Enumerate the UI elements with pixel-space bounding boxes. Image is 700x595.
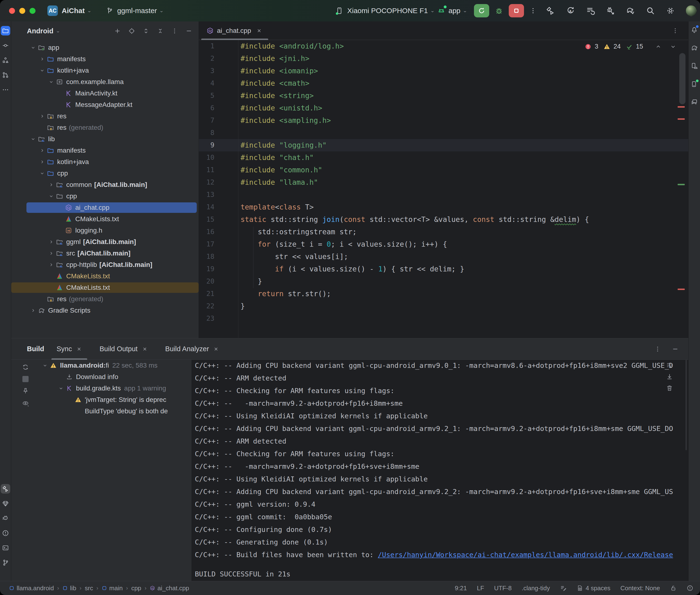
hide-panel-icon[interactable]: [185, 27, 192, 34]
chevron-right-icon[interactable]: [38, 159, 46, 165]
build-tree-item[interactable]: Download info: [40, 371, 192, 382]
file-encoding[interactable]: UTF-8: [494, 585, 512, 592]
project-tool-button[interactable]: [0, 23, 11, 38]
line-number[interactable]: 16: [199, 226, 214, 238]
error-stripe-mark[interactable]: [678, 118, 685, 120]
next-problem-chevron-icon[interactable]: [670, 43, 676, 50]
tree-item-manifests[interactable]: manifests: [11, 145, 199, 156]
editor-tab-ai-chat-cpp[interactable]: ai_chat.cpp: [201, 22, 268, 40]
line-number[interactable]: 9: [199, 139, 214, 151]
pin-icon[interactable]: [22, 387, 29, 395]
tree-item-cmakelists-txt[interactable]: CMakeLists.txt: [11, 271, 199, 282]
code-line[interactable]: 15static std::string join(const std::vec…: [199, 213, 688, 226]
tree-item-res[interactable]: res: [11, 111, 199, 122]
code-line[interactable]: 2#include <jni.h>: [199, 52, 688, 65]
chevron-right-icon[interactable]: [47, 251, 55, 256]
commit-tool-button[interactable]: [0, 38, 11, 53]
attach-debugger-icon[interactable]: [606, 6, 615, 16]
line-number[interactable]: 21: [199, 288, 214, 300]
add-icon[interactable]: [114, 27, 121, 34]
breadcrumb-item-cpp[interactable]: cpp: [131, 585, 141, 592]
expand-all-icon[interactable]: [142, 27, 149, 34]
build-tree-item[interactable]: BuildType 'debug' is both de: [40, 405, 192, 417]
options-kebab-icon[interactable]: [171, 27, 178, 34]
readonly-toggle[interactable]: [670, 585, 677, 591]
build-project-icon[interactable]: [545, 6, 555, 16]
soft-wrap-icon[interactable]: [666, 362, 673, 369]
tree-item-ggml[interactable]: ggml[AiChat.lib.main]: [11, 236, 199, 248]
build-tab-build-analyzer[interactable]: Build Analyzer: [160, 338, 224, 360]
code-line[interactable]: 5#include <string>: [199, 89, 688, 102]
device-selector[interactable]: Xiaomi POCOPHONE F1 ⌄: [335, 7, 435, 15]
project-selector[interactable]: AiChat: [62, 7, 85, 15]
build-console[interactable]: C/C++: -- Using KleidiAI optimized kerne…: [192, 360, 688, 581]
hide-panel-icon[interactable]: [672, 345, 679, 352]
vcs-tool-button[interactable]: [0, 67, 11, 82]
tree-item-common[interactable]: common[AiChat.lib.main]: [11, 179, 199, 191]
terminal-tool-button[interactable]: [0, 540, 11, 555]
tree-item-mainactivity-kt[interactable]: MainActivity.kt: [11, 88, 199, 99]
build-panel-title[interactable]: Build: [27, 345, 44, 353]
scroll-to-end-icon[interactable]: [666, 373, 673, 380]
build-tree-item[interactable]: 'jvmTarget: String' is deprec: [40, 394, 192, 405]
tree-item-cmakelists-txt[interactable]: CMakeLists.txt: [11, 282, 199, 293]
structure-tool-button[interactable]: [0, 53, 11, 67]
run-config-selector[interactable]: [437, 6, 446, 15]
line-number[interactable]: 5: [199, 89, 214, 102]
chevron-right-icon[interactable]: [29, 308, 37, 313]
breadcrumb-item-lib[interactable]: lib: [62, 585, 76, 592]
ok-stripe-mark[interactable]: [678, 184, 685, 185]
project-view-selector[interactable]: Android: [27, 27, 53, 35]
chevron-down-icon[interactable]: [29, 45, 37, 50]
breadcrumb-item-src[interactable]: src: [85, 585, 93, 592]
breadcrumb-item-llama-android[interactable]: llama.android: [9, 585, 54, 592]
line-number[interactable]: 3: [199, 65, 214, 77]
logcat-tool-button[interactable]: [0, 511, 11, 526]
tree-item-com-example-llama[interactable]: com.example.llama: [11, 76, 199, 88]
resource-context[interactable]: Context: None: [620, 585, 660, 592]
code-line[interactable]: 20 }: [199, 275, 688, 288]
editor-options-kebab-icon[interactable]: [672, 27, 679, 34]
branch-selector[interactable]: ggml-master ⌄: [106, 7, 164, 15]
tree-item-cpp[interactable]: cpp: [11, 191, 199, 202]
chevron-down-icon[interactable]: [38, 68, 46, 73]
options-kebab-icon[interactable]: [654, 345, 661, 352]
chevron-right-icon[interactable]: [38, 114, 46, 119]
rerun-app-button[interactable]: [474, 4, 489, 18]
code-line[interactable]: 16 std::ostringstream str;: [199, 226, 688, 238]
tree-item-ai-chat-cpp[interactable]: ai_chat.cpp: [11, 202, 199, 213]
build-tree-item[interactable]: llama.android: fi22 sec, 583 ms: [40, 360, 192, 371]
stop-app-button[interactable]: [509, 4, 524, 18]
chevron-right-icon[interactable]: [38, 56, 46, 62]
chevron-down-icon[interactable]: [47, 194, 55, 199]
search-everywhere-icon[interactable]: [646, 6, 655, 16]
code-line[interactable]: 6#include <unistd.h>: [199, 102, 688, 114]
project-badge[interactable]: AC: [47, 5, 58, 16]
tree-item-cpp-httplib[interactable]: cpp-httplib[AiChat.lib.main]: [11, 259, 199, 271]
app-quality-insights-button[interactable]: [0, 496, 11, 511]
code-line[interactable]: 4#include <cmath>: [199, 77, 688, 89]
line-number[interactable]: 7: [199, 114, 214, 127]
line-number[interactable]: 4: [199, 77, 214, 89]
line-number[interactable]: 13: [199, 189, 214, 201]
chevron-down-icon[interactable]: [29, 136, 37, 142]
event-log-button[interactable]: [687, 585, 693, 591]
prev-problem-chevron-icon[interactable]: [655, 43, 662, 50]
line-number[interactable]: 1: [199, 40, 214, 52]
code-style-config[interactable]: .clang-tidy: [522, 585, 550, 592]
line-number[interactable]: 19: [199, 263, 214, 275]
chevron-right-icon[interactable]: [47, 262, 55, 267]
chevron-down-icon[interactable]: [38, 171, 46, 176]
line-number[interactable]: 17: [199, 238, 214, 251]
close-window-button[interactable]: [9, 8, 15, 14]
line-number[interactable]: 15: [199, 213, 214, 226]
apply-changes-icon[interactable]: [566, 6, 575, 16]
code-editor[interactable]: 1#include <android/log.h>2#include <jni.…: [199, 40, 688, 338]
breadcrumb-item-main[interactable]: main: [102, 585, 123, 592]
indent-config[interactable]: 4 spaces: [577, 585, 611, 592]
code-line[interactable]: 17 for (size_t i = 0; i < values.size();…: [199, 238, 688, 251]
error-stripe-mark[interactable]: [678, 106, 685, 108]
code-line[interactable]: 10#include "chat.h": [199, 151, 688, 164]
line-number[interactable]: 22: [199, 300, 214, 312]
rerun-sync-icon[interactable]: [22, 364, 29, 371]
